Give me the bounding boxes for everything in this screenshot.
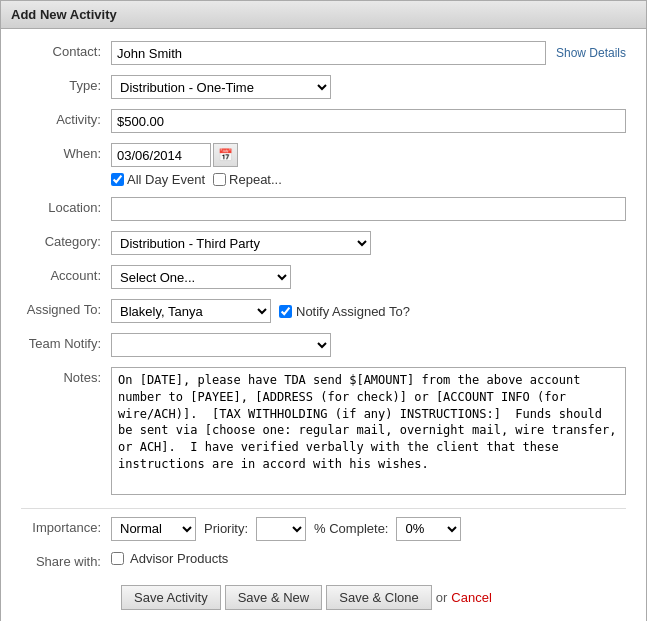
repeat-label[interactable]: Repeat... xyxy=(213,172,282,187)
type-label: Type: xyxy=(21,75,111,93)
cancel-link[interactable]: Cancel xyxy=(451,590,491,605)
importance-row: Importance: Normal High Low Priority: % … xyxy=(21,517,626,541)
assigned-to-row: Assigned To: Blakely, Tanya User 2 User … xyxy=(21,299,626,323)
save-new-button[interactable]: Save & New xyxy=(225,585,323,610)
importance-select[interactable]: Normal High Low xyxy=(111,517,196,541)
category-field: Distribution - Third Party Distribution … xyxy=(111,231,626,255)
show-details-link[interactable]: Show Details xyxy=(556,46,626,60)
location-label: Location: xyxy=(21,197,111,215)
activity-input[interactable] xyxy=(111,109,626,133)
team-notify-select[interactable] xyxy=(111,333,331,357)
advisor-products-checkbox[interactable] xyxy=(111,552,124,565)
location-input[interactable] xyxy=(111,197,626,221)
date-input[interactable] xyxy=(111,143,211,167)
activity-field xyxy=(111,109,626,133)
category-select[interactable]: Distribution - Third Party Distribution … xyxy=(111,231,371,255)
notes-field: On [DATE], please have TDA send $[AMOUNT… xyxy=(111,367,626,498)
share-with-field: Advisor Products xyxy=(111,551,626,566)
notes-row: Notes: On [DATE], please have TDA send $… xyxy=(21,367,626,498)
priority-text-label: Priority: xyxy=(204,521,248,536)
or-text: or xyxy=(436,590,448,605)
share-with-label: Share with: xyxy=(21,551,111,569)
advisor-products-label: Advisor Products xyxy=(130,551,228,566)
activity-label: Activity: xyxy=(21,109,111,127)
activity-row: Activity: xyxy=(21,109,626,133)
contact-field: Show Details xyxy=(111,41,626,65)
type-field: Distribution - One-Time Distribution - R… xyxy=(111,75,626,99)
team-notify-row: Team Notify: xyxy=(21,333,626,357)
calendar-button[interactable]: 📅 xyxy=(213,143,238,167)
when-row: When: 📅 All Day Event Repeat... xyxy=(21,143,626,187)
window-title: Add New Activity xyxy=(11,7,117,22)
repeat-checkbox[interactable] xyxy=(213,173,226,186)
importance-label: Importance: xyxy=(21,517,111,535)
add-activity-window: Add New Activity Contact: Show Details T… xyxy=(0,0,647,621)
assigned-to-label: Assigned To: xyxy=(21,299,111,317)
notify-checkbox[interactable] xyxy=(279,305,292,318)
type-select[interactable]: Distribution - One-Time Distribution - R… xyxy=(111,75,331,99)
notes-textarea[interactable]: On [DATE], please have TDA send $[AMOUNT… xyxy=(111,367,626,495)
contact-label: Contact: xyxy=(21,41,111,59)
contact-row: Contact: Show Details xyxy=(21,41,626,65)
save-clone-button[interactable]: Save & Clone xyxy=(326,585,432,610)
when-label: When: xyxy=(21,143,111,161)
divider xyxy=(21,508,626,509)
location-row: Location: xyxy=(21,197,626,221)
importance-field: Normal High Low Priority: % Complete: 0%… xyxy=(111,517,626,541)
all-day-checkbox[interactable] xyxy=(111,173,124,186)
form-body: Contact: Show Details Type: Distribution… xyxy=(1,29,646,621)
team-notify-label: Team Notify: xyxy=(21,333,111,351)
all-day-label[interactable]: All Day Event xyxy=(111,172,205,187)
window-title-bar: Add New Activity xyxy=(1,1,646,29)
complete-text-label: % Complete: xyxy=(314,521,388,536)
contact-input[interactable] xyxy=(111,41,546,65)
priority-select[interactable] xyxy=(256,517,306,541)
location-field xyxy=(111,197,626,221)
account-row: Account: Select One... Account 1 Account… xyxy=(21,265,626,289)
account-select[interactable]: Select One... Account 1 Account 2 xyxy=(111,265,291,289)
account-field: Select One... Account 1 Account 2 xyxy=(111,265,626,289)
when-field: 📅 All Day Event Repeat... xyxy=(111,143,626,187)
notify-label[interactable]: Notify Assigned To? xyxy=(279,304,410,319)
assigned-select[interactable]: Blakely, Tanya User 2 User 3 xyxy=(111,299,271,323)
share-with-row: Share with: Advisor Products xyxy=(21,551,626,569)
complete-select[interactable]: 0% 25% 50% 75% 100% xyxy=(396,517,461,541)
category-row: Category: Distribution - Third Party Dis… xyxy=(21,231,626,255)
account-label: Account: xyxy=(21,265,111,283)
buttons-row: Save Activity Save & New Save & Clone or… xyxy=(21,585,626,610)
type-row: Type: Distribution - One-Time Distributi… xyxy=(21,75,626,99)
assigned-to-field: Blakely, Tanya User 2 User 3 Notify Assi… xyxy=(111,299,626,323)
save-activity-button[interactable]: Save Activity xyxy=(121,585,221,610)
team-notify-field xyxy=(111,333,626,357)
category-label: Category: xyxy=(21,231,111,249)
notes-label: Notes: xyxy=(21,367,111,385)
